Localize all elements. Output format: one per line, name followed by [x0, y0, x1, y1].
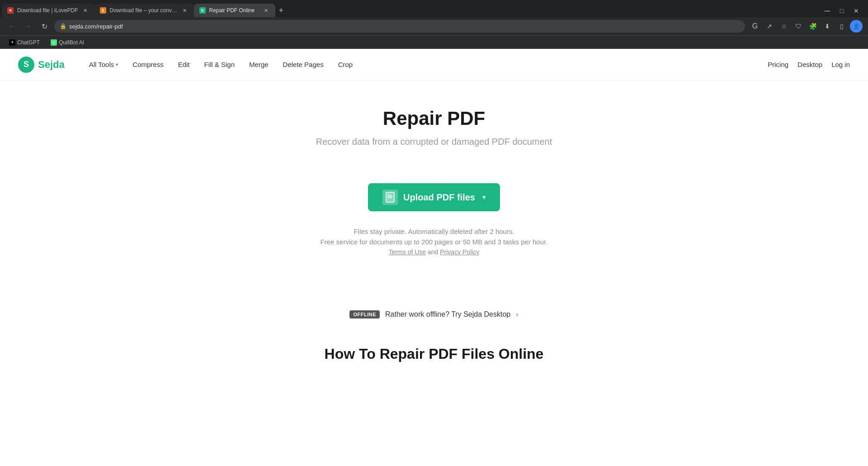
privacy-text-1: Files stay private. Automatically delete… [9, 228, 859, 235]
tab-title-3: Repair PDF Online [209, 7, 259, 14]
terms-link[interactable]: Terms of Use [389, 248, 426, 256]
browser-toolbar: ← → ↻ 🔒 sejda.com/repair-pdf G ↗ ☆ 🛡 🧩 ⬇… [0, 17, 868, 35]
tab-title-2: Download file – your conversion [110, 7, 178, 14]
toolbar-actions: G ↗ ☆ 🛡 🧩 ⬇ ▯ 👤 [749, 20, 863, 33]
hero-subtitle: Recover data from a corrupted or damaged… [9, 137, 859, 147]
upload-section: Upload PDF files ▾ Files stay private. A… [0, 156, 868, 292]
upload-content: Upload PDF files ▾ Files stay private. A… [9, 183, 859, 256]
offline-banner[interactable]: OFFLINE Rather work offline? Try Sejda D… [349, 310, 518, 319]
forward-button[interactable]: → [22, 20, 34, 33]
tab-close-3[interactable]: ✕ [263, 7, 270, 14]
tab-favicon-1: ♥ [7, 7, 14, 14]
nav-fill-sign[interactable]: Fill & Sign [198, 57, 241, 72]
nav-desktop[interactable]: Desktop [797, 61, 822, 68]
close-window-button[interactable]: ✕ [850, 5, 863, 17]
bookmark-chatgpt[interactable]: ✦ ChatGPT [5, 38, 43, 47]
hero-section: Repair PDF Recover data from a corrupted… [0, 81, 868, 156]
browser-tab-3[interactable]: S Repair PDF Online ✕ [194, 4, 275, 17]
upload-chevron-icon: ▾ [482, 194, 486, 201]
logo-icon: S [18, 57, 34, 73]
shield-icon[interactable]: 🛡 [792, 20, 805, 33]
upload-button-label: Upload PDF files [403, 192, 475, 203]
back-button[interactable]: ← [5, 20, 18, 33]
bookmark-quillbot-label: QuillBot AI [59, 39, 84, 46]
browser-tab-1[interactable]: ♥ Download file | iLovePDF ✕ [2, 4, 94, 17]
tab-favicon-2: ⬇ [100, 7, 106, 14]
nav-login[interactable]: Log in [831, 61, 850, 68]
new-tab-button[interactable]: + [275, 4, 288, 17]
download-icon[interactable]: ⬇ [821, 20, 834, 33]
upload-button[interactable]: Upload PDF files ▾ [368, 183, 500, 211]
bookmark-quillbot[interactable]: Q QuillBot AI [47, 38, 88, 47]
nav-merge[interactable]: Merge [243, 57, 275, 72]
minimize-button[interactable]: ─ [821, 5, 834, 17]
nav-links: All Tools ▾ Compress Edit Fill & Sign Me… [83, 57, 768, 72]
nav-right: Pricing Desktop Log in [768, 61, 850, 68]
website-content: S Sejda All Tools ▾ Compress Edit Fill &… [0, 49, 868, 380]
bookmark-chatgpt-label: ChatGPT [17, 39, 40, 46]
tab-favicon-3: S [199, 7, 206, 14]
and-text: and [428, 248, 440, 256]
pdf-file-icon [386, 192, 395, 203]
extensions-icon[interactable]: 🧩 [807, 20, 819, 33]
browser-bookmarks: ✦ ChatGPT Q QuillBot AI [0, 35, 868, 49]
offline-section: OFFLINE Rather work offline? Try Sejda D… [0, 292, 868, 337]
all-tools-chevron: ▾ [116, 62, 118, 67]
offline-chevron-icon: › [516, 310, 518, 319]
google-icon[interactable]: G [749, 20, 761, 33]
browser-tabs: ♥ Download file | iLovePDF ✕ ⬇ Download … [0, 0, 868, 17]
quillbot-favicon: Q [51, 39, 57, 46]
tab-title-1: Download file | iLovePDF [17, 7, 78, 14]
address-text: sejda.com/repair-pdf [69, 23, 123, 30]
nav-crop[interactable]: Crop [332, 57, 359, 72]
lock-icon: 🔒 [60, 23, 66, 29]
offline-text: Rather work offline? Try Sejda Desktop [385, 310, 510, 319]
site-nav: S Sejda All Tools ▾ Compress Edit Fill &… [0, 49, 868, 81]
tab-close-1[interactable]: ✕ [82, 7, 89, 14]
sidebar-icon[interactable]: ▯ [835, 20, 848, 33]
maximize-button[interactable]: □ [835, 5, 848, 17]
share-icon[interactable]: ↗ [763, 20, 776, 33]
howto-section: How To Repair PDF Files Online [0, 337, 868, 380]
nav-edit[interactable]: Edit [172, 57, 196, 72]
nav-delete-pages[interactable]: Delete Pages [277, 57, 330, 72]
svg-rect-0 [386, 192, 394, 202]
profile-icon[interactable]: 👤 [850, 20, 863, 33]
privacy-policy-link[interactable]: Privacy Policy [440, 248, 479, 256]
site-logo[interactable]: S Sejda [18, 57, 65, 73]
reload-button[interactable]: ↻ [38, 20, 51, 33]
hero-title: Repair PDF [9, 108, 859, 129]
address-bar[interactable]: 🔒 sejda.com/repair-pdf [54, 20, 745, 33]
howto-title: How To Repair PDF Files Online [9, 346, 859, 362]
chatgpt-favicon: ✦ [9, 39, 15, 46]
bookmark-star-icon[interactable]: ☆ [778, 20, 790, 33]
logo-text: Sejda [38, 59, 65, 71]
nav-all-tools[interactable]: All Tools ▾ [83, 57, 125, 72]
tab-close-2[interactable]: ✕ [181, 7, 189, 14]
privacy-text-2: Free service for documents up to 200 pag… [9, 238, 859, 246]
pdf-icon [382, 190, 398, 205]
privacy-links: Terms of Use and Privacy Policy [9, 248, 859, 256]
offline-badge: OFFLINE [349, 310, 380, 319]
nav-compress[interactable]: Compress [126, 57, 170, 72]
nav-pricing[interactable]: Pricing [768, 61, 788, 68]
browser-chrome: ♥ Download file | iLovePDF ✕ ⬇ Download … [0, 0, 868, 49]
browser-tab-2[interactable]: ⬇ Download file – your conversion ✕ [94, 4, 194, 17]
